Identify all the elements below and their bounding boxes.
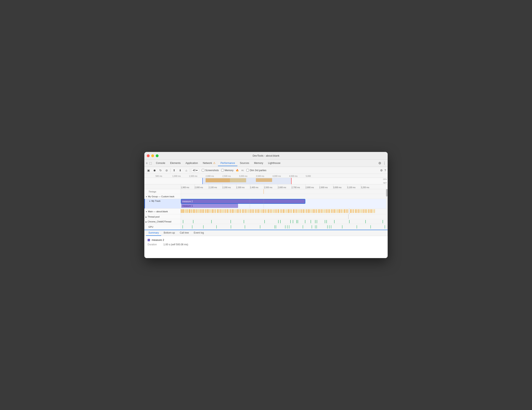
sidebar-toggle-button[interactable]: ▣ [146,168,151,173]
selection-overlay[interactable] [202,178,292,184]
svg-rect-87 [287,209,287,213]
svg-rect-113 [320,209,320,213]
svg-rect-71 [266,209,267,213]
gpu-tasks [181,224,388,229]
memory-checkbox-label[interactable]: Memory [221,169,233,172]
timings-label[interactable]: Timings [144,189,181,194]
tab-performance[interactable]: Performance [218,160,238,166]
svg-rect-176 [349,220,350,223]
svg-rect-74 [270,209,271,213]
ruler-2400: 2,400 ms [250,186,258,189]
tab-event-log[interactable]: Event log [191,230,206,236]
svg-rect-126 [336,209,337,213]
ruler-2500: 2,500 ms [264,186,272,189]
screenshots-checkbox-label[interactable]: Screenshots [202,169,219,172]
svg-rect-13 [195,209,195,213]
recording-select[interactable]: #3 ▾ [191,168,199,172]
svg-rect-95 [297,209,297,213]
gpu-label[interactable]: GPU [144,224,181,229]
my-track-label[interactable]: My Track [144,199,181,209]
gpu-text: GPU [148,226,153,228]
reload-button[interactable]: ↻ [158,168,163,173]
svg-rect-200 [329,225,330,228]
more-icon[interactable]: ⋮ [383,161,386,165]
svg-rect-39 [226,209,227,213]
cpu-label-right: CPU [383,178,387,180]
scrollbar-track[interactable] [386,184,388,230]
svg-rect-23 [206,209,207,213]
screenshots-checkbox[interactable] [202,169,204,172]
ruler-2900: 2,900 ms [319,186,328,189]
svg-rect-121 [330,209,331,213]
measure1-block[interactable]: measure 1 [181,204,238,208]
chrome-io-label[interactable]: Chrome_ChildIOThread [144,219,181,224]
settings-icon[interactable]: ⚙ [378,161,381,165]
dim-3rd-parties-checkbox[interactable] [246,169,249,172]
svg-rect-57 [249,209,249,213]
my-track-text: My Track [152,200,161,202]
svg-rect-184 [192,225,192,228]
svg-rect-201 [331,225,331,228]
chrome-io-content [181,219,388,224]
svg-rect-54 [245,209,246,213]
svg-rect-114 [321,209,322,213]
help-icon[interactable]: ? [384,169,386,172]
my-group-expand-icon [146,195,147,198]
download-button[interactable]: ⬇ [178,168,183,173]
clear-button[interactable]: ⊘ [164,168,169,173]
dim-3rd-parties-label[interactable]: Dim 3rd parties [246,169,266,172]
thread-pool-label[interactable]: Thread pool [144,214,181,219]
tab-elements[interactable]: Elements [168,160,183,166]
tab-console[interactable]: Console [153,160,168,166]
overview-bar[interactable]: 500 ms 1,000 ms 1,500 ms 2,000 ms 2,500 … [144,174,388,184]
inspect-icon[interactable]: ⬚ [149,162,152,165]
close-button[interactable] [147,154,150,157]
my-track-content[interactable]: measure 2 measure 1 [181,199,388,209]
main-label[interactable]: Main — about:blank [144,209,181,214]
svg-rect-79 [277,209,277,213]
duration-value: 1.00 s (self 500.08 ms) [163,243,188,246]
tab-lighthouse[interactable]: Lighthouse [266,160,283,166]
svg-rect-153 [372,209,372,213]
svg-rect-158 [193,220,193,223]
minimize-button[interactable] [151,154,154,157]
tab-summary[interactable]: Summary [146,230,161,236]
timeline-tracks[interactable]: 1,900 ms 2,000 ms 2,100 ms 2,200 ms 2,30… [144,184,388,230]
tab-call-tree[interactable]: Call tree [177,230,191,236]
settings2-icon[interactable]: ⚙ [380,169,383,172]
cursor-icon[interactable]: ⌗ [146,162,148,165]
svg-rect-171 [315,220,315,223]
svg-rect-93 [294,209,295,213]
flame-settings-icon[interactable]: ≡↕ [241,169,244,172]
tab-application[interactable]: Application [183,160,200,166]
tab-sources[interactable]: Sources [238,160,252,166]
svg-rect-20 [203,209,204,213]
svg-rect-2 [183,209,183,213]
svg-rect-110 [316,209,317,213]
svg-rect-46 [235,209,236,213]
timings-track-row: Timings [144,189,388,194]
network-warning-icon: ⚠ [213,162,216,164]
svg-rect-124 [334,209,334,213]
home-button[interactable]: ⌂ [184,168,189,173]
svg-rect-142 [358,209,359,213]
my-group-label[interactable]: My Group — Custom track [144,194,181,199]
tab-memory[interactable]: Memory [252,160,266,166]
main-content[interactable] [181,209,388,214]
record-button[interactable]: ⏺ [152,168,157,173]
maximize-button[interactable] [156,154,159,157]
tab-bottom-up[interactable]: Bottom-up [161,230,177,236]
svg-rect-67 [262,209,262,213]
svg-rect-133 [345,209,346,213]
memory-checkbox[interactable] [221,169,224,172]
measure2-block[interactable]: measure 2 [181,199,305,203]
tab-network[interactable]: Network ⚠ [200,160,218,166]
divider2 [190,168,190,172]
svg-rect-90 [291,209,291,213]
upload-button[interactable]: ⬆ [172,168,177,173]
svg-rect-4 [185,209,186,213]
dropdown-arrow-icon: ▾ [196,169,198,172]
svg-rect-102 [306,209,306,213]
svg-rect-99 [302,209,303,213]
svg-rect-115 [322,209,323,213]
